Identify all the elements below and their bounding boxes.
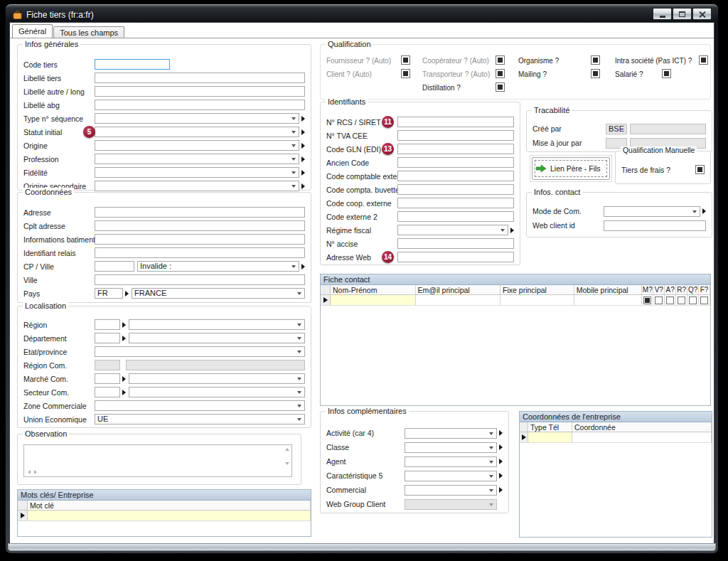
region-code-input[interactable] (95, 319, 120, 330)
secteur-com-code-input[interactable] (95, 387, 120, 397)
informations-batiment-input[interactable] (95, 234, 305, 245)
observation-textarea[interactable] (23, 444, 292, 477)
lookup-arrow-icon[interactable] (301, 183, 305, 189)
statut-initial-combo[interactable] (95, 127, 299, 137)
mot-cle-cell[interactable] (28, 511, 311, 520)
organisme-checkbox[interactable] (591, 55, 600, 65)
departement-code-input[interactable] (95, 333, 120, 343)
fidelite-combo[interactable] (95, 167, 299, 178)
distillation-checkbox[interactable] (496, 82, 505, 92)
ville-input[interactable] (95, 274, 305, 285)
origine-secondaire-combo[interactable] (95, 181, 299, 191)
v-checkbox[interactable] (655, 296, 663, 304)
fournisseur-checkbox[interactable] (401, 55, 410, 65)
salarie-checkbox[interactable] (662, 69, 671, 78)
a-checkbox[interactable] (666, 296, 674, 304)
ancien-code-input[interactable] (397, 157, 514, 168)
scroll-up-icon[interactable] (285, 448, 289, 451)
lookup-arrow-icon[interactable] (122, 322, 126, 328)
transporteur-checkbox[interactable] (496, 69, 505, 78)
code-externe-2-input[interactable] (397, 211, 514, 222)
lookup-arrow-icon[interactable] (301, 129, 305, 135)
code-coop-externe-input[interactable] (397, 198, 514, 208)
window-icon[interactable] (13, 11, 22, 20)
scroll-left-icon[interactable] (28, 470, 31, 474)
pays-combo[interactable]: FRANCE (132, 288, 305, 299)
type-sequence-combo[interactable] (95, 113, 299, 124)
close-button[interactable] (692, 8, 712, 20)
cooperateur-checkbox[interactable] (496, 55, 505, 65)
mobile-cell[interactable] (574, 295, 643, 305)
lookup-arrow-icon[interactable] (122, 376, 126, 382)
classe-combo[interactable] (405, 442, 497, 453)
origine-combo[interactable] (95, 140, 299, 151)
nom-prenom-cell[interactable] (331, 295, 416, 305)
profession-combo[interactable] (95, 154, 299, 164)
accise-input[interactable] (397, 238, 514, 249)
activite-combo[interactable] (405, 428, 497, 439)
lookup-arrow-icon[interactable] (301, 264, 305, 269)
fixe-cell[interactable] (500, 295, 574, 305)
code-compta-buvette-input[interactable] (397, 184, 514, 195)
adresse-web-input[interactable] (397, 252, 514, 262)
adresse-input[interactable] (95, 207, 305, 218)
lookup-arrow-icon[interactable] (301, 156, 305, 162)
region-combo[interactable] (129, 319, 305, 330)
pays-code-input[interactable]: FR (95, 288, 123, 299)
mode-de-com-combo[interactable] (604, 206, 700, 217)
libelle-tiers-input[interactable] (95, 73, 305, 83)
email-cell[interactable] (416, 295, 501, 305)
departement-combo[interactable] (129, 333, 305, 343)
union-economique-combo[interactable]: UE (95, 414, 305, 424)
etat-province-combo[interactable] (95, 346, 305, 357)
tiers-de-frais-checkbox[interactable] (695, 165, 705, 174)
caracteristique-5-combo[interactable] (405, 471, 497, 481)
lookup-arrow-icon[interactable] (301, 116, 305, 122)
lookup-arrow-icon[interactable] (301, 170, 305, 176)
regime-fiscal-combo[interactable] (397, 225, 508, 235)
libelle-autre-input[interactable] (95, 86, 305, 97)
cp-input[interactable] (95, 261, 134, 272)
q-checkbox[interactable] (689, 296, 697, 304)
lookup-arrow-icon[interactable] (510, 228, 514, 233)
commercial-combo[interactable] (405, 485, 497, 496)
code-tiers-input[interactable] (95, 59, 170, 70)
scroll-down-icon[interactable] (285, 462, 289, 465)
lookup-arrow-icon[interactable] (122, 390, 126, 395)
intra-societe-checkbox[interactable] (699, 55, 708, 65)
coordonnee-cell[interactable] (572, 432, 712, 442)
code-gln-input[interactable] (397, 144, 514, 154)
scroll-right-icon[interactable] (34, 470, 37, 474)
tab-tous-les-champs[interactable]: Tous les champs (53, 26, 124, 38)
lookup-arrow-icon[interactable] (499, 459, 503, 464)
marche-com-combo[interactable] (129, 373, 305, 384)
cp-ville-combo[interactable]: Invalide : (137, 261, 299, 272)
cplt-adresse-input[interactable] (95, 220, 305, 231)
code-comptable-externe-input[interactable] (397, 171, 514, 181)
lookup-arrow-icon[interactable] (122, 336, 126, 341)
zone-commerciale-combo[interactable] (95, 400, 305, 411)
identifiant-relais-input[interactable] (95, 247, 305, 258)
f-checkbox[interactable] (700, 296, 708, 304)
client-checkbox[interactable] (401, 69, 410, 78)
rcs-siret-input[interactable] (397, 117, 514, 127)
maximize-button[interactable] (673, 8, 692, 20)
libelle-abg-input[interactable] (95, 100, 305, 110)
lookup-arrow-icon[interactable] (499, 444, 503, 450)
tva-cee-input[interactable] (397, 130, 514, 141)
lookup-arrow-icon[interactable] (301, 143, 305, 149)
r-checkbox[interactable] (678, 296, 685, 304)
tab-general[interactable]: Général (12, 24, 53, 38)
web-client-id-input[interactable] (604, 220, 706, 231)
lookup-arrow-icon[interactable] (499, 473, 503, 479)
lookup-arrow-icon[interactable] (125, 291, 129, 296)
agent-combo[interactable] (405, 456, 497, 467)
minimize-button[interactable] (653, 8, 672, 20)
lookup-arrow-icon[interactable] (499, 430, 503, 436)
lien-pere-fils-button[interactable]: Lien Père - Fils (532, 157, 610, 180)
type-tel-cell[interactable] (528, 432, 572, 442)
secteur-com-combo[interactable] (129, 387, 305, 397)
lookup-arrow-icon[interactable] (499, 487, 503, 493)
m-checkbox[interactable] (643, 296, 651, 304)
mailing-checkbox[interactable] (591, 69, 600, 78)
